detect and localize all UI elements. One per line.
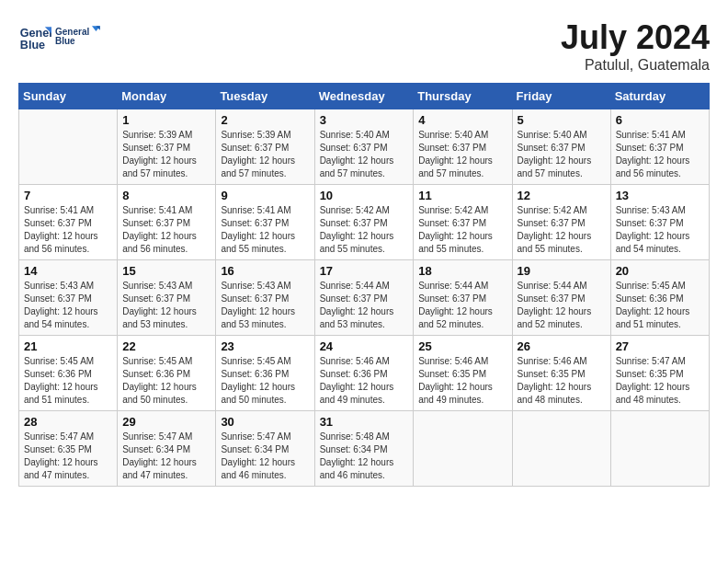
day-info: Sunrise: 5:45 AMSunset: 6:36 PMDaylight:… bbox=[221, 355, 309, 407]
day-number: 5 bbox=[518, 113, 606, 127]
day-cell: 6Sunrise: 5:41 AMSunset: 6:37 PMDaylight… bbox=[610, 109, 709, 185]
day-info: Sunrise: 5:39 AMSunset: 6:37 PMDaylight:… bbox=[122, 129, 210, 180]
day-cell: 12Sunrise: 5:42 AMSunset: 6:37 PMDayligh… bbox=[512, 185, 610, 260]
day-number: 26 bbox=[518, 339, 606, 353]
day-info: Sunrise: 5:47 AMSunset: 6:34 PMDaylight:… bbox=[221, 431, 309, 482]
day-info: Sunrise: 5:41 AMSunset: 6:37 PMDaylight:… bbox=[24, 204, 112, 256]
logo-icon: General Blue bbox=[18, 20, 51, 53]
day-cell: 1Sunrise: 5:39 AMSunset: 6:37 PMDaylight… bbox=[118, 109, 216, 185]
day-info: Sunrise: 5:40 AMSunset: 6:37 PMDaylight:… bbox=[518, 129, 606, 180]
day-cell: 30Sunrise: 5:47 AMSunset: 6:34 PMDayligh… bbox=[216, 411, 314, 487]
day-info: Sunrise: 5:41 AMSunset: 6:37 PMDaylight:… bbox=[616, 129, 704, 180]
day-number: 3 bbox=[320, 113, 409, 127]
logo: General Blue General Blue General Blue bbox=[18, 18, 101, 55]
day-number: 14 bbox=[24, 264, 112, 278]
day-cell: 14Sunrise: 5:43 AMSunset: 6:37 PMDayligh… bbox=[19, 260, 118, 336]
day-cell: 24Sunrise: 5:46 AMSunset: 6:36 PMDayligh… bbox=[314, 336, 414, 411]
weekday-header-monday: Monday bbox=[118, 84, 216, 109]
day-info: Sunrise: 5:42 AMSunset: 6:37 PMDaylight:… bbox=[418, 204, 506, 256]
day-number: 22 bbox=[122, 339, 210, 353]
day-info: Sunrise: 5:43 AMSunset: 6:37 PMDaylight:… bbox=[24, 280, 112, 331]
day-info: Sunrise: 5:40 AMSunset: 6:37 PMDaylight:… bbox=[320, 129, 409, 180]
day-cell: 15Sunrise: 5:43 AMSunset: 6:37 PMDayligh… bbox=[118, 260, 216, 336]
day-cell: 29Sunrise: 5:47 AMSunset: 6:34 PMDayligh… bbox=[118, 411, 216, 487]
day-number: 21 bbox=[24, 339, 112, 353]
day-cell: 22Sunrise: 5:45 AMSunset: 6:36 PMDayligh… bbox=[118, 336, 216, 411]
day-info: Sunrise: 5:45 AMSunset: 6:36 PMDaylight:… bbox=[122, 355, 210, 407]
day-cell: 5Sunrise: 5:40 AMSunset: 6:37 PMDaylight… bbox=[512, 109, 610, 185]
day-number: 16 bbox=[221, 264, 309, 278]
day-number: 13 bbox=[616, 189, 704, 202]
week-row-5: 28Sunrise: 5:47 AMSunset: 6:35 PMDayligh… bbox=[19, 411, 710, 487]
day-info: Sunrise: 5:44 AMSunset: 6:37 PMDaylight:… bbox=[518, 280, 606, 331]
day-cell: 2Sunrise: 5:39 AMSunset: 6:37 PMDaylight… bbox=[216, 109, 314, 185]
day-number: 9 bbox=[221, 189, 309, 202]
day-info: Sunrise: 5:43 AMSunset: 6:37 PMDaylight:… bbox=[122, 280, 210, 331]
day-info: Sunrise: 5:43 AMSunset: 6:37 PMDaylight:… bbox=[616, 204, 704, 256]
day-info: Sunrise: 5:41 AMSunset: 6:37 PMDaylight:… bbox=[221, 204, 309, 256]
weekday-header-tuesday: Tuesday bbox=[216, 84, 314, 109]
day-info: Sunrise: 5:46 AMSunset: 6:35 PMDaylight:… bbox=[518, 355, 606, 407]
day-info: Sunrise: 5:41 AMSunset: 6:37 PMDaylight:… bbox=[122, 204, 210, 256]
day-info: Sunrise: 5:40 AMSunset: 6:37 PMDaylight:… bbox=[418, 129, 506, 180]
month-title: July 2024 bbox=[561, 18, 710, 57]
day-cell: 3Sunrise: 5:40 AMSunset: 6:37 PMDaylight… bbox=[314, 109, 414, 185]
day-cell: 31Sunrise: 5:48 AMSunset: 6:34 PMDayligh… bbox=[314, 411, 414, 487]
day-cell: 23Sunrise: 5:45 AMSunset: 6:36 PMDayligh… bbox=[216, 336, 314, 411]
week-row-1: 1Sunrise: 5:39 AMSunset: 6:37 PMDaylight… bbox=[19, 109, 710, 185]
weekday-header-friday: Friday bbox=[512, 84, 610, 109]
day-info: Sunrise: 5:46 AMSunset: 6:36 PMDaylight:… bbox=[320, 355, 409, 407]
day-info: Sunrise: 5:47 AMSunset: 6:35 PMDaylight:… bbox=[24, 431, 112, 482]
day-number: 11 bbox=[418, 189, 506, 202]
day-cell: 9Sunrise: 5:41 AMSunset: 6:37 PMDaylight… bbox=[216, 185, 314, 260]
day-number: 15 bbox=[122, 264, 210, 278]
day-cell bbox=[19, 109, 118, 185]
day-cell: 8Sunrise: 5:41 AMSunset: 6:37 PMDaylight… bbox=[118, 185, 216, 260]
day-info: Sunrise: 5:46 AMSunset: 6:35 PMDaylight:… bbox=[418, 355, 506, 407]
logo-bird-icon: General Blue bbox=[55, 18, 101, 55]
weekday-header-row: SundayMondayTuesdayWednesdayThursdayFrid… bbox=[19, 84, 710, 109]
day-number: 23 bbox=[221, 339, 309, 353]
day-cell: 26Sunrise: 5:46 AMSunset: 6:35 PMDayligh… bbox=[512, 336, 610, 411]
day-cell: 19Sunrise: 5:44 AMSunset: 6:37 PMDayligh… bbox=[512, 260, 610, 336]
day-cell: 7Sunrise: 5:41 AMSunset: 6:37 PMDaylight… bbox=[19, 185, 118, 260]
calendar-table: SundayMondayTuesdayWednesdayThursdayFrid… bbox=[18, 83, 710, 487]
day-number: 4 bbox=[418, 113, 506, 127]
day-info: Sunrise: 5:42 AMSunset: 6:37 PMDaylight:… bbox=[320, 204, 409, 256]
day-number: 12 bbox=[518, 189, 606, 202]
day-number: 27 bbox=[616, 339, 704, 353]
week-row-3: 14Sunrise: 5:43 AMSunset: 6:37 PMDayligh… bbox=[19, 260, 710, 336]
weekday-header-saturday: Saturday bbox=[610, 84, 709, 109]
day-number: 31 bbox=[320, 415, 409, 429]
location-title: Patulul, Guatemala bbox=[561, 57, 710, 74]
day-info: Sunrise: 5:45 AMSunset: 6:36 PMDaylight:… bbox=[616, 280, 704, 331]
day-info: Sunrise: 5:48 AMSunset: 6:34 PMDaylight:… bbox=[320, 431, 409, 482]
day-cell: 27Sunrise: 5:47 AMSunset: 6:35 PMDayligh… bbox=[610, 336, 709, 411]
day-number: 6 bbox=[616, 113, 704, 127]
day-cell: 10Sunrise: 5:42 AMSunset: 6:37 PMDayligh… bbox=[314, 185, 414, 260]
day-cell: 21Sunrise: 5:45 AMSunset: 6:36 PMDayligh… bbox=[19, 336, 118, 411]
day-cell: 18Sunrise: 5:44 AMSunset: 6:37 PMDayligh… bbox=[414, 260, 512, 336]
day-cell: 20Sunrise: 5:45 AMSunset: 6:36 PMDayligh… bbox=[610, 260, 709, 336]
day-number: 24 bbox=[320, 339, 409, 353]
day-number: 7 bbox=[24, 189, 112, 202]
day-info: Sunrise: 5:44 AMSunset: 6:37 PMDaylight:… bbox=[418, 280, 506, 331]
day-number: 29 bbox=[122, 415, 210, 429]
weekday-header-sunday: Sunday bbox=[19, 84, 118, 109]
day-number: 19 bbox=[518, 264, 606, 278]
day-number: 2 bbox=[221, 113, 309, 127]
day-number: 20 bbox=[616, 264, 704, 278]
weekday-header-wednesday: Wednesday bbox=[314, 84, 414, 109]
week-row-2: 7Sunrise: 5:41 AMSunset: 6:37 PMDaylight… bbox=[19, 185, 710, 260]
day-cell: 4Sunrise: 5:40 AMSunset: 6:37 PMDaylight… bbox=[414, 109, 512, 185]
svg-text:Blue: Blue bbox=[55, 36, 75, 46]
day-number: 8 bbox=[122, 189, 210, 202]
day-info: Sunrise: 5:45 AMSunset: 6:36 PMDaylight:… bbox=[24, 355, 112, 407]
day-cell bbox=[610, 411, 709, 487]
week-row-4: 21Sunrise: 5:45 AMSunset: 6:36 PMDayligh… bbox=[19, 336, 710, 411]
page-header: General Blue General Blue General Blue J… bbox=[18, 18, 710, 74]
day-info: Sunrise: 5:42 AMSunset: 6:37 PMDaylight:… bbox=[518, 204, 606, 256]
day-number: 25 bbox=[418, 339, 506, 353]
day-cell bbox=[414, 411, 512, 487]
day-info: Sunrise: 5:43 AMSunset: 6:37 PMDaylight:… bbox=[221, 280, 309, 331]
